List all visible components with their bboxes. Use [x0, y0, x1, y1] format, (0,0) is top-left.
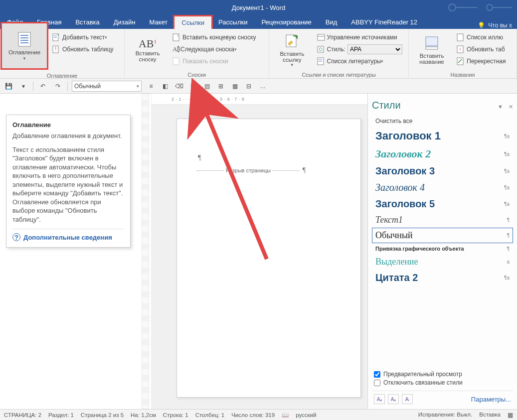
status-page-of[interactable]: Страница 2 из 5 [81, 412, 124, 418]
tell-me[interactable]: 💡 Что вы х [473, 22, 517, 29]
pane-options-icon[interactable]: ▼ [498, 104, 503, 110]
update-table-button[interactable]: ! Обновить таблицу [50, 44, 116, 55]
bibliography-button[interactable]: Список литературы [315, 56, 404, 67]
style-list: Заголовок 1¶aЗаголовок 2¶aЗаголовок 3¶aЗ… [372, 127, 513, 366]
quick-access-row: 💾 ▾ ↶ ↷ Обычный▾ ≡ ◧ ⌫ ▦ ▤ ⊞ ▦ ⊟ … [0, 79, 517, 94]
more-icon[interactable]: … [257, 81, 268, 92]
qat-dropdown-icon[interactable]: ▾ [18, 81, 29, 92]
svg-text:!: ! [460, 47, 461, 52]
tooltip-more-link[interactable]: ? Дополнительные сведения [12, 229, 124, 241]
svg-rect-18 [318, 46, 324, 52]
tab-references[interactable]: Ссылки [173, 15, 213, 29]
pilcrow-icon: ¶ [198, 154, 201, 162]
undo-icon[interactable]: ↶ [37, 81, 48, 92]
style-item-2[interactable]: Заголовок 3¶a [372, 163, 513, 179]
insert-citation-button[interactable]: Вставить ссылку ▼ [271, 31, 313, 69]
tab-review[interactable]: Рецензирование [254, 15, 318, 29]
style-item-3[interactable]: Заголовок 4¶a [372, 179, 513, 196]
svg-rect-23 [426, 37, 438, 46]
status-lang[interactable]: русский [296, 412, 316, 418]
table-icon[interactable]: ▦ [187, 81, 198, 92]
redo-icon[interactable]: ↷ [52, 81, 63, 92]
status-words[interactable]: Число слов: 319 [231, 412, 275, 418]
style-inspector-icon[interactable]: Aᵩ [388, 394, 399, 404]
insert-endnote-button[interactable]: i Вставить концевую сноску [171, 32, 258, 43]
next-footnote-button[interactable]: A₿ Следующая сноска [171, 44, 258, 55]
style-item-8[interactable]: Выделениеa [372, 254, 513, 270]
eraser-icon[interactable]: ◧ [160, 81, 171, 92]
vertical-ruler [140, 94, 152, 409]
document-page[interactable]: ¶ Разрыв страницы ¶ [176, 119, 361, 398]
grid-icon[interactable]: ▦ [229, 81, 240, 92]
add-text-icon [52, 33, 60, 41]
tab-abbyy[interactable]: ABBYY FineReader 12 [344, 15, 424, 29]
citation-style-row: Стиль: APA [315, 44, 404, 55]
group-toc-label: Оглавление [0, 72, 124, 80]
format-icon-3[interactable]: ⌫ [173, 81, 184, 92]
tab-design[interactable]: Дизайн [107, 15, 143, 29]
citation-style-select[interactable]: APA [347, 44, 402, 54]
status-insert[interactable]: Вставка [479, 412, 501, 419]
update-figures-icon: ! [457, 45, 465, 53]
show-footnotes-button[interactable]: Показать сноски [171, 56, 258, 67]
style-item-5[interactable]: Текст1¶ [372, 212, 513, 228]
ab-icon: AB1 [139, 37, 157, 50]
toc-tooltip: Оглавление Добавление оглавления в докум… [6, 115, 131, 248]
list-figures-button[interactable]: Список иллю [455, 32, 508, 43]
group-citations-label: Ссылки и списки литературы [269, 71, 408, 79]
svg-rect-16 [318, 34, 325, 40]
status-track[interactable]: Исправления: Выкл. [418, 412, 472, 419]
tab-layout[interactable]: Макет [142, 15, 174, 29]
new-style-icon[interactable]: A₄ [374, 394, 385, 404]
status-section[interactable]: Раздел: 1 [48, 412, 74, 418]
update-figures-button[interactable]: ! Обновить таб [455, 44, 508, 55]
citation-icon [284, 33, 300, 49]
style-item-6[interactable]: Обычный¶ [372, 228, 513, 243]
tab-view[interactable]: Вид [319, 15, 345, 29]
split-icon[interactable]: ⊟ [243, 81, 254, 92]
table2-icon[interactable]: ▤ [201, 81, 212, 92]
insert-caption-button[interactable]: Вставить название [411, 31, 453, 69]
style-item-9[interactable]: Цитата 2¶a [372, 270, 513, 286]
preview-checkbox[interactable]: Предварительный просмотр [374, 371, 511, 378]
proofing-icon[interactable]: 📖 [282, 412, 289, 419]
tab-mailings[interactable]: Рассылки [211, 15, 254, 29]
macro-icon[interactable]: ▦ [508, 412, 513, 419]
clear-all[interactable]: Очистить все [372, 115, 513, 127]
tab-insert[interactable]: Вставка [68, 15, 106, 29]
merge-icon[interactable]: ⊞ [215, 81, 226, 92]
add-text-button[interactable]: Добавить текст [50, 32, 116, 43]
style-selector[interactable]: Обычный▾ [72, 81, 142, 92]
style-item-4[interactable]: Заголовок 5¶a [372, 196, 513, 212]
cross-reference-button[interactable]: Перекрестная [455, 56, 508, 67]
page-break-indicator: Разрыв страницы ¶ [197, 166, 306, 174]
manage-styles-icon[interactable]: Aᵢ [402, 394, 413, 404]
disable-linked-checkbox[interactable]: Отключить связанные стили [374, 379, 511, 386]
styles-params-link[interactable]: Параметры... [471, 396, 511, 403]
status-col[interactable]: Столбец: 1 [195, 412, 225, 418]
tooltip-title: Оглавление [12, 121, 124, 129]
cross-ref-icon [457, 57, 465, 65]
save-icon[interactable]: 💾 [3, 81, 14, 92]
svg-rect-14 [173, 58, 179, 65]
toc-button[interactable]: Оглавление ▼ [0, 22, 48, 70]
styles-footer: A₄ Aᵩ Aᵢ Параметры... [372, 391, 513, 407]
caption-icon [424, 35, 440, 51]
status-line[interactable]: Строка: 1 [163, 412, 188, 418]
style-item-7[interactable]: Привязка графического объекта¶ [372, 243, 513, 254]
pane-close-icon[interactable]: ✕ [509, 104, 513, 110]
style-item-0[interactable]: Заголовок 1¶a [372, 127, 513, 145]
group-footnotes-label: Сноски [125, 71, 269, 79]
tooltip-p1: Добавление оглавления в документ. [12, 132, 124, 140]
format-icon-1[interactable]: ≡ [146, 81, 157, 92]
insert-footnote-button[interactable]: AB1 Вставить сноску [127, 31, 169, 69]
status-at[interactable]: На: 1,2см [131, 412, 156, 418]
manage-sources-button[interactable]: Управление источниками [315, 32, 404, 43]
list-figures-icon [457, 33, 465, 41]
window-title: Документ1 - Word [232, 4, 285, 11]
group-footnotes: AB1 Вставить сноску i Вставить концевую … [125, 29, 269, 78]
status-page[interactable]: СТРАНИЦА: 2 [4, 412, 41, 418]
svg-text:!: ! [55, 46, 57, 52]
style-item-1[interactable]: Заголовок 2¶a [372, 145, 513, 163]
next-footnote-icon: A₿ [172, 45, 180, 53]
